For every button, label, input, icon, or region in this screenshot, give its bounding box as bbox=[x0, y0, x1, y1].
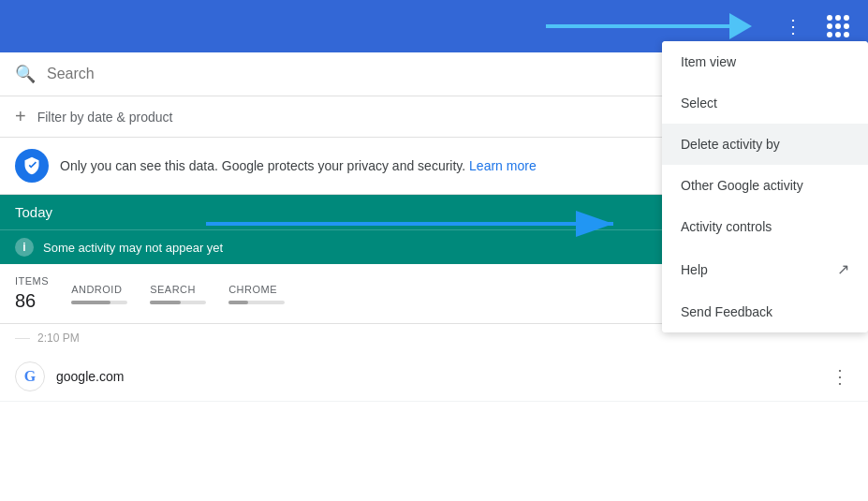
feedback-label: Send Feedback bbox=[681, 304, 772, 319]
privacy-text: Only you can see this data. Google prote… bbox=[60, 158, 537, 173]
today-label: Today bbox=[15, 204, 52, 220]
menu-item-other-activity[interactable]: Other Google activity bbox=[662, 165, 868, 206]
item-view-label: Item view bbox=[681, 54, 736, 69]
items-value: 86 bbox=[15, 290, 49, 312]
menu-item-select[interactable]: Select bbox=[662, 82, 868, 124]
menu-item-activity-controls[interactable]: Activity controls bbox=[662, 206, 868, 247]
top-arrow bbox=[546, 13, 752, 39]
search-bar-fill bbox=[150, 301, 181, 304]
menu-item-help[interactable]: Help ↗ bbox=[662, 247, 868, 291]
arrow-head bbox=[729, 13, 752, 39]
shield-icon bbox=[15, 149, 49, 183]
search-bar-vis bbox=[150, 301, 206, 304]
more-options-button[interactable]: ⋮ bbox=[774, 7, 812, 45]
android-bar bbox=[71, 301, 127, 304]
time-text: 2:10 PM bbox=[37, 332, 80, 345]
learn-more-link[interactable]: Learn more bbox=[469, 158, 537, 173]
filter-label: Filter by date & product bbox=[37, 110, 173, 125]
android-label: ANDROID bbox=[71, 284, 127, 295]
stat-items: ITEMS 86 bbox=[15, 275, 49, 312]
android-bar-fill bbox=[71, 301, 110, 304]
stat-android: ANDROID bbox=[71, 284, 127, 304]
more-icon: ⋮ bbox=[784, 15, 803, 37]
chrome-bar bbox=[228, 301, 285, 304]
activity-notice-text: Some activity may not appear yet bbox=[43, 241, 223, 255]
menu-item-delete-activity[interactable]: Delete activity by bbox=[662, 124, 868, 165]
search-label: SEARCH bbox=[150, 284, 206, 295]
stat-search: SEARCH bbox=[150, 284, 206, 304]
stat-chrome: CHROME bbox=[228, 284, 285, 304]
google-logo-icon: G bbox=[15, 361, 45, 391]
time-line bbox=[15, 338, 30, 339]
help-label: Help bbox=[681, 262, 708, 277]
other-activity-label: Other Google activity bbox=[681, 178, 803, 193]
activity-controls-label: Activity controls bbox=[681, 219, 772, 234]
plus-icon: + bbox=[15, 106, 26, 127]
chrome-bar-fill bbox=[228, 301, 248, 304]
external-link-icon: ↗ bbox=[837, 260, 849, 278]
chrome-label: CHROME bbox=[228, 284, 285, 295]
items-label: ITEMS bbox=[15, 275, 49, 287]
search-icon: 🔍 bbox=[15, 64, 36, 84]
info-icon: i bbox=[15, 238, 34, 257]
topbar: ⋮ Item view Select Delete activity by Ot… bbox=[0, 0, 868, 52]
arrow-container bbox=[11, 13, 767, 39]
grid-icon bbox=[827, 15, 849, 37]
context-menu: Item view Select Delete activity by Othe… bbox=[662, 41, 868, 332]
activity-title: google.com bbox=[56, 369, 827, 384]
arrow-line bbox=[546, 24, 733, 28]
select-label: Select bbox=[681, 96, 717, 111]
menu-item-feedback[interactable]: Send Feedback bbox=[662, 291, 868, 332]
activity-item[interactable]: G google.com ⋮ bbox=[0, 352, 868, 402]
apps-button[interactable] bbox=[819, 7, 857, 45]
activity-more-button[interactable]: ⋮ bbox=[827, 361, 853, 391]
menu-item-view[interactable]: Item view bbox=[662, 41, 868, 82]
delete-activity-label: Delete activity by bbox=[681, 137, 780, 152]
